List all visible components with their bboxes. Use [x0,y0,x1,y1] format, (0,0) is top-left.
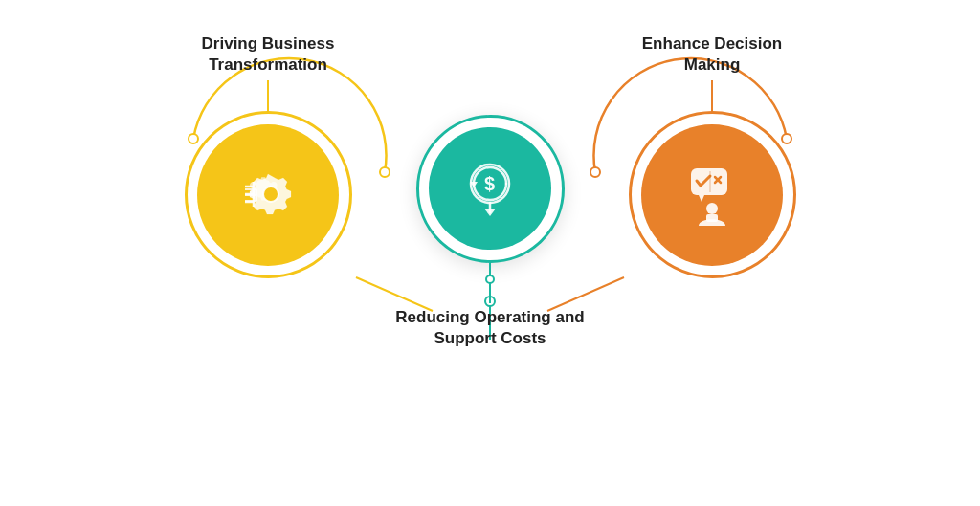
left-label: Driving Business Transformation [172,33,364,77]
svg-rect-28 [706,214,718,222]
svg-marker-33 [484,209,496,216]
person-decision-icon [681,164,744,226]
dollar-arrow-icon: $ [460,159,520,218]
right-label: Enhance Decision Making [616,33,808,77]
card-center: $ Reducing Operating and Support Costs [380,115,600,351]
gear-circuit-icon [235,163,301,228]
center-label: Reducing Operating and Support Costs [380,307,600,351]
card-left: Driving Business Transformation [172,33,364,279]
svg-point-17 [263,187,278,202]
card-right: Enhance Decision Making [616,33,808,279]
svg-marker-23 [699,195,704,202]
svg-text:$: $ [484,173,495,194]
svg-point-27 [706,203,718,214]
diagram: Driving Business Transformation [59,24,921,483]
